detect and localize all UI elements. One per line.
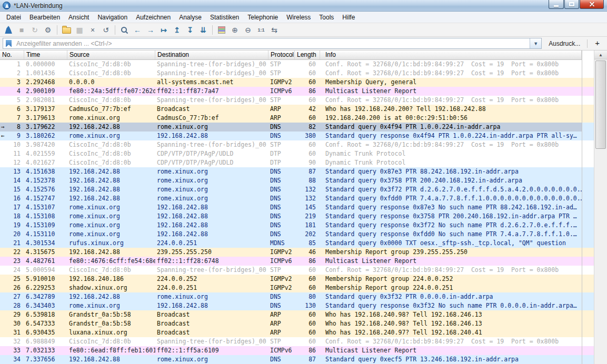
column-header-length[interactable]: Length xyxy=(295,50,320,59)
packet-row[interactable]: 32.2924680.0.0.0all-systems.mcast.netIGM… xyxy=(0,78,582,87)
auto-scroll-icon[interactable]: ⇊ xyxy=(197,24,210,36)
packet-row[interactable]: 204.153110rome.xinux.org192.168.242.88DN… xyxy=(0,230,582,239)
zoom-out-icon[interactable]: ⊖ xyxy=(242,24,254,36)
menu-bearbeiten[interactable]: Bearbeiten xyxy=(25,12,64,23)
save-file-icon[interactable]: ▦ xyxy=(73,24,86,36)
packet-row[interactable]: 184.153108rome.xinux.org192.168.242.88DN… xyxy=(0,212,582,221)
packet-no: 4 xyxy=(0,87,24,96)
packet-row[interactable]: 245.000594CiscoInc_7d:d8:0bSpanning-tree… xyxy=(0,266,582,275)
packet-row[interactable]: 52.982081CiscoInc_7d:d8:0bSpanning-tree-… xyxy=(0,96,582,105)
packet-length: 60 xyxy=(295,328,320,337)
vertical-scrollbar[interactable]: ▲ xyxy=(594,50,607,364)
column-header-destination[interactable]: Destination xyxy=(155,50,268,59)
packet-row[interactable]: 154.152576192.168.242.88rome.xinux.orgDN… xyxy=(0,185,582,194)
packet-row[interactable]: 296.539818Grandstr_0a:5b:58BroadcastARP6… xyxy=(0,310,582,319)
packet-row[interactable]: 214.301534rufus.xinux.org224.0.0.251MDNS… xyxy=(0,239,582,248)
packet-row[interactable]: 276.342789192.168.242.88rome.xinux.orgDN… xyxy=(0,292,582,301)
packet-protocol: DNS xyxy=(268,132,295,140)
column-header-no[interactable]: No. xyxy=(0,50,24,59)
go-back-icon[interactable]: ← xyxy=(131,24,144,36)
packet-row[interactable]: 103.987420CiscoInc_7d:d8:0bSpanning-tree… xyxy=(0,140,582,149)
menu-statistiken[interactable]: Statistiken xyxy=(206,12,243,23)
packet-row[interactable]: 234.482761fe80::4676:6cff:fe54:68e8ff02:… xyxy=(0,257,582,266)
packet-source: 192.168.242.88 xyxy=(67,167,155,176)
packet-protocol: DNS xyxy=(268,212,295,221)
start-capture-icon[interactable] xyxy=(2,24,15,36)
start-capture-glyph xyxy=(5,26,13,34)
packet-no: 16 xyxy=(0,194,24,203)
filter-history-dropdown[interactable]: ▼ xyxy=(530,38,541,48)
column-header-protocol[interactable]: Protocol xyxy=(268,50,295,59)
packet-row[interactable]: 306.547333Grandstr_0a:5b:58BroadcastARP6… xyxy=(0,319,582,328)
packet-row[interactable]: 73.179613rome.xinux.orgCadmusCo_77:7b:ef… xyxy=(0,114,582,123)
packet-row[interactable]: 164.152747192.168.242.88rome.xinux.orgDN… xyxy=(0,194,582,203)
menu-telephonie[interactable]: Telephonie xyxy=(243,12,282,23)
packet-row[interactable]: 286.343403rome.xinux.org192.168.242.88DN… xyxy=(0,301,582,310)
menu-aufzeichnen[interactable]: Aufzeichnen xyxy=(132,12,175,23)
menu-datei[interactable]: Datei xyxy=(2,12,25,23)
capture-options-icon[interactable]: ⚙ xyxy=(42,24,54,36)
packet-row[interactable]: 326.988849CiscoInc_7d:d8:0bSpanning-tree… xyxy=(0,337,582,346)
packet-protocol: DNS xyxy=(268,167,295,176)
packet-row[interactable]: 224.315675192.168.242.88239.255.255.250I… xyxy=(0,248,582,257)
packet-destination: Spanning-tree-(for-bridges)_00 xyxy=(155,60,268,69)
column-header-info[interactable]: Info xyxy=(320,50,582,59)
resize-columns-icon[interactable]: ⇆ xyxy=(268,24,281,36)
display-filter-input[interactable] xyxy=(14,39,530,48)
menu-wireless[interactable]: Wireless xyxy=(282,12,315,23)
restart-capture-icon[interactable]: ↻ xyxy=(28,24,41,36)
packet-row-selected[interactable]: 83.179622192.168.242.88rome.xinux.orgDNS… xyxy=(0,123,582,132)
packet-protocol: IGMPv2 xyxy=(268,248,295,257)
packet-row[interactable]: 93.180262rome.xinux.org192.168.242.88DNS… xyxy=(0,132,582,140)
scrollbar-up-button[interactable]: ▲ xyxy=(594,50,607,59)
packet-row[interactable]: 42.900109fe80::24a:5dff:fe07:262dff02::1… xyxy=(0,87,582,96)
find-packet-icon[interactable] xyxy=(118,24,131,36)
menu-navigation[interactable]: Navigation xyxy=(93,12,132,23)
packet-no: 5 xyxy=(0,96,24,105)
packet-time: 3.179137 xyxy=(24,105,67,114)
open-file-icon[interactable] xyxy=(60,24,73,36)
packet-length: 86 xyxy=(295,87,320,96)
column-header-source[interactable]: Source xyxy=(67,50,155,59)
packet-row[interactable]: 174.153107rome.xinux.org192.168.242.88DN… xyxy=(0,203,582,212)
expression-button[interactable]: Ausdruck... xyxy=(544,39,584,48)
packet-row[interactable]: 124.021627CiscoInc_7d:d8:0bCDP/VTP/DTP/P… xyxy=(0,158,582,167)
scrollbar-thumb[interactable] xyxy=(595,60,606,149)
packet-length: 60 xyxy=(295,266,320,275)
add-filter-button[interactable]: + xyxy=(590,38,604,48)
stop-capture-icon[interactable]: ■ xyxy=(15,24,28,36)
packet-time: 2.900109 xyxy=(24,87,67,96)
packet-row[interactable]: 10.000000CiscoInc_7d:d8:0bSpanning-tree-… xyxy=(0,60,582,69)
packet-row[interactable]: 337.032133fe80::6ead:f8ff:feb1:6014ff02:… xyxy=(0,346,582,355)
reload-file-icon[interactable]: ↺ xyxy=(99,24,112,36)
colorize-icon[interactable] xyxy=(215,24,228,36)
menu-tools[interactable]: Tools xyxy=(315,12,338,23)
packet-row[interactable]: 63.179137CadmusCo_77:7b:efBroadcastARP42… xyxy=(0,105,582,114)
packet-row[interactable]: 194.153109rome.xinux.org192.168.242.88DN… xyxy=(0,221,582,230)
go-forward-icon[interactable]: → xyxy=(144,24,157,36)
go-to-packet-icon[interactable]: ↦ xyxy=(157,24,170,36)
packet-row[interactable]: 144.152378192.168.242.88rome.xinux.orgDN… xyxy=(0,176,582,185)
menu-analyse[interactable]: Analyse xyxy=(175,12,206,23)
packet-row[interactable]: 21.001436CiscoInc_7d:d8:0bSpanning-tree-… xyxy=(0,69,582,78)
close-file-icon[interactable]: × xyxy=(86,24,99,36)
zoom-original-icon[interactable]: 1:1 xyxy=(255,24,267,36)
menu-ansicht[interactable]: Ansicht xyxy=(64,12,93,23)
packet-row[interactable]: 266.229253shadow.xinux.org224.0.0.251IGM… xyxy=(0,284,582,292)
packet-row[interactable]: 316.930435luxana.xinux.orgBroadcastARP60… xyxy=(0,328,582,337)
maximize-button[interactable] xyxy=(564,0,579,9)
zoom-in-icon[interactable]: ⊕ xyxy=(228,24,241,36)
packet-row[interactable]: 347.337656192.168.242.88rome.xinux.orgDN… xyxy=(0,355,582,364)
packet-row[interactable]: 114.021559CiscoInc_7d:d8:0bCDP/VTP/DTP/P… xyxy=(0,149,582,158)
menu-hilfe[interactable]: Hilfe xyxy=(338,12,359,23)
intelligent-scrollbar-minimap[interactable] xyxy=(582,50,594,364)
packet-destination: Spanning-tree-(for-bridges)_00 xyxy=(155,69,268,78)
minimize-button[interactable] xyxy=(549,0,564,9)
bookmark-icon[interactable] xyxy=(6,40,12,47)
go-to-top-icon[interactable]: ↥ xyxy=(171,24,183,36)
close-button[interactable] xyxy=(580,0,604,9)
go-to-bottom-icon[interactable]: ↧ xyxy=(184,24,196,36)
column-header-time[interactable]: Time xyxy=(24,50,67,59)
packet-row[interactable]: 134.151638192.168.242.88rome.xinux.orgDN… xyxy=(0,167,582,176)
packet-row[interactable]: 255.910010192.168.240.186224.0.0.252IGMP… xyxy=(0,275,582,284)
